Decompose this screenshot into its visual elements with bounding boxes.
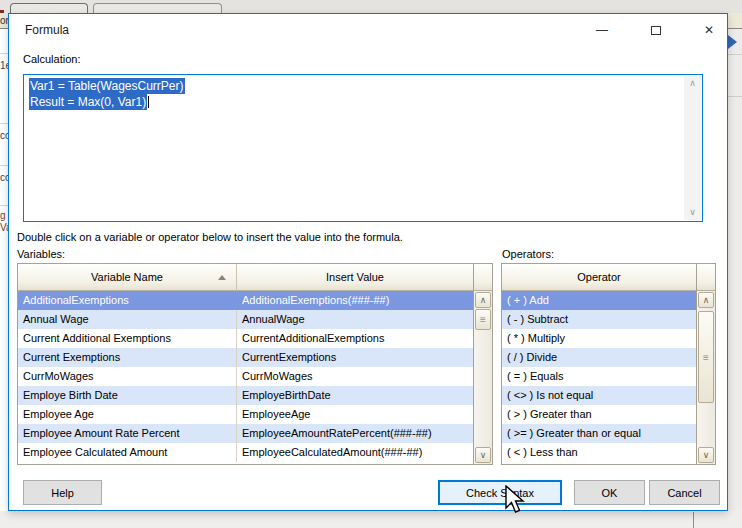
dialog-title: Formula	[25, 23, 69, 37]
column-header-insert-value[interactable]: Insert Value	[237, 264, 473, 291]
grid-line	[0, 165, 8, 166]
background-cell-fragment: co	[0, 130, 8, 141]
operators-label: Operators:	[502, 248, 554, 260]
variables-rows: AdditionalExemptionsAdditionalExemptions…	[18, 291, 473, 464]
help-button[interactable]: Help	[23, 480, 102, 505]
table-row[interactable]: Employe Birth DateEmployeBirthDate	[18, 386, 473, 405]
screen: or 1e co co g Va Formula — ✕ Calculation…	[0, 0, 742, 528]
column-header-label: Operator	[577, 271, 620, 283]
table-row[interactable]: ( = ) Equals	[502, 367, 696, 386]
column-header-label: Insert Value	[326, 271, 384, 283]
grid-line	[0, 123, 8, 124]
cell-operator: ( * ) Multiply	[502, 329, 696, 348]
table-row[interactable]: AdditionalExemptionsAdditionalExemptions…	[18, 291, 473, 310]
variables-table: Variable Name Insert Value AdditionalExe…	[17, 263, 493, 465]
table-row[interactable]: ( + ) Add	[502, 291, 696, 310]
formula-line-2: Result = Max(0, Var1)	[29, 94, 147, 110]
formula-line-1: Var1 = Table(WagesCurrPer)	[29, 78, 185, 94]
operators-scrollbar[interactable]: ∧ ≡ ∨	[696, 264, 715, 464]
cancel-button[interactable]: Cancel	[649, 480, 720, 505]
formula-scrollbar[interactable]: ∧ ∨	[684, 76, 701, 220]
cell-operator: ( = ) Equals	[502, 367, 696, 386]
background-cell-fragment: co	[0, 172, 8, 183]
maximize-icon	[651, 26, 661, 35]
table-row[interactable]: Annual WageAnnualWage	[18, 310, 473, 329]
cell-operator: ( / ) Divide	[502, 348, 696, 367]
formula-text: Var1 = Table(WagesCurrPer) Result = Max(…	[29, 78, 185, 110]
maximize-button[interactable]	[639, 18, 673, 42]
scroll-up-icon[interactable]: ∧	[684, 76, 701, 91]
cell-operator: ( < ) Less than	[502, 443, 696, 462]
formula-dialog: Formula — ✕ Calculation: Var1 = Table(Wa…	[8, 13, 728, 511]
background-bottom-strip	[0, 511, 742, 528]
operators-rows: ( + ) Add ( - ) Subtract ( * ) Multiply …	[502, 291, 696, 464]
row-selector-arrow-icon	[728, 35, 737, 49]
close-button[interactable]: ✕	[692, 18, 726, 42]
column-header-variable-name[interactable]: Variable Name	[18, 264, 237, 291]
cell-insert-value: EmployeeAge	[237, 405, 473, 424]
background-grid-vline	[693, 512, 694, 528]
table-row[interactable]: ( >= ) Greater than or equal	[502, 424, 696, 443]
variables-scrollbar[interactable]: ∧ ≡ ∨	[473, 264, 492, 464]
scroll-down-icon[interactable]: ∨	[684, 205, 701, 220]
cell-insert-value: AnnualWage	[237, 310, 473, 329]
sort-ascending-icon	[218, 275, 226, 280]
background-left-grid: or 1e co co g Va	[0, 13, 8, 511]
cell-variable-name: CurrMoWages	[18, 367, 237, 386]
minimize-icon: —	[596, 23, 608, 37]
scroll-thumb[interactable]: ≡	[698, 311, 714, 403]
grid-line	[0, 205, 8, 206]
header-corner	[474, 264, 492, 291]
table-row[interactable]: Employee Calculated AmountEmployeeCalcul…	[18, 443, 473, 462]
table-row[interactable]: ( > ) Greater than	[502, 405, 696, 424]
cell-insert-value: AdditionalExemptions(###-##)	[237, 291, 473, 310]
table-row[interactable]: ( < ) Less than	[502, 443, 696, 462]
table-row[interactable]: Current Additional ExemptionsCurrentAddi…	[18, 329, 473, 348]
formula-textarea[interactable]: Var1 = Table(WagesCurrPer) Result = Max(…	[23, 74, 703, 222]
table-row[interactable]: Current ExemptionsCurrentExemptions	[18, 348, 473, 367]
cell-insert-value: EmployeBirthDate	[237, 386, 473, 405]
table-row[interactable]: ( - ) Subtract	[502, 310, 696, 329]
cell-variable-name: Employe Birth Date	[18, 386, 237, 405]
background-cell-fragment: 1e	[0, 60, 8, 71]
table-row[interactable]: ( / ) Divide	[502, 348, 696, 367]
background-top-strip	[0, 0, 742, 13]
cell-insert-value: CurrentAdditionalExemptions	[237, 329, 473, 348]
table-row[interactable]: Employee AgeEmployeeAge	[18, 405, 473, 424]
variables-label: Variables:	[17, 248, 65, 260]
calculation-label: Calculation:	[23, 53, 80, 65]
table-row[interactable]: Employee Amount Rate PercentEmployeeAmou…	[18, 424, 473, 443]
header-corner	[697, 264, 715, 291]
column-header-label: Variable Name	[91, 271, 163, 283]
table-row[interactable]: ( <> ) Is not equal	[502, 386, 696, 405]
cell-insert-value: CurrMoWages	[237, 367, 473, 386]
cell-operator: ( + ) Add	[502, 291, 696, 310]
background-column-header-fragment	[728, 13, 742, 29]
grid-line	[728, 96, 742, 97]
cell-operator: ( > ) Greater than	[502, 405, 696, 424]
check-syntax-button[interactable]: Check Syntax	[438, 480, 562, 505]
cell-variable-name: Current Exemptions	[18, 348, 237, 367]
cell-insert-value: EmployeeCalculatedAmount(###-##)	[237, 443, 473, 462]
scroll-thumb[interactable]: ≡	[475, 309, 491, 330]
variables-header-row: Variable Name Insert Value	[18, 264, 473, 291]
table-row[interactable]: ( * ) Multiply	[502, 329, 696, 348]
cell-operator: ( >= ) Greater than or equal	[502, 424, 696, 443]
cell-variable-name: AdditionalExemptions	[18, 291, 237, 310]
cell-operator: ( - ) Subtract	[502, 310, 696, 329]
table-row[interactable]: CurrMoWagesCurrMoWages	[18, 367, 473, 386]
cell-insert-value: EmployeeAmountRatePercent(###-##)	[237, 424, 473, 443]
background-right-grid	[728, 13, 742, 511]
column-header-operator[interactable]: Operator	[502, 264, 696, 291]
scroll-down-icon[interactable]: ∨	[475, 447, 491, 463]
instruction-text: Double click on a variable or operator b…	[17, 231, 403, 243]
operators-table: Operator ( + ) Add ( - ) Subtract ( * ) …	[501, 263, 716, 465]
cell-variable-name: Employee Age	[18, 405, 237, 424]
scroll-up-icon[interactable]: ∧	[475, 292, 491, 308]
text-caret	[148, 96, 149, 108]
ok-button[interactable]: OK	[574, 480, 645, 505]
scroll-up-icon[interactable]: ∧	[698, 292, 714, 308]
minimize-button[interactable]: —	[585, 18, 619, 42]
scroll-down-icon[interactable]: ∨	[698, 447, 714, 463]
background-column-header-fragment: or	[0, 13, 8, 29]
